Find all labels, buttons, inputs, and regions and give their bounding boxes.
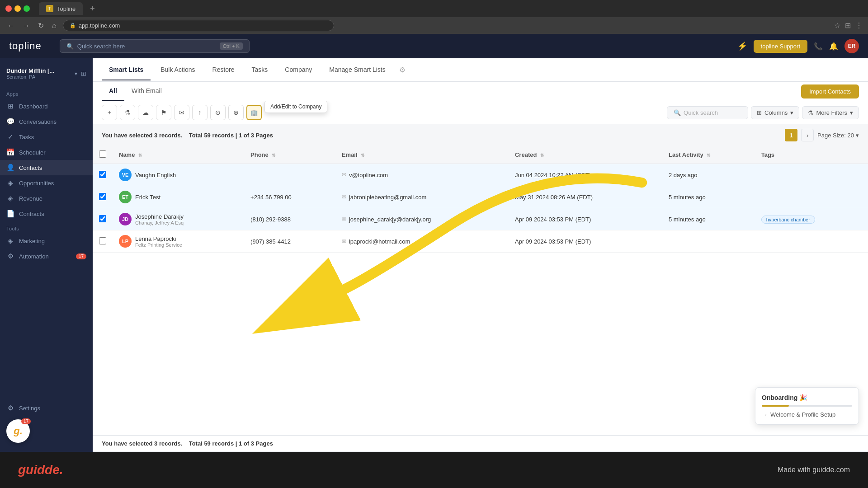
guidde-logo: guidde. (18, 463, 63, 477)
sidebar-item-marketing[interactable]: ◈ Marketing (0, 233, 93, 249)
sidebar-item-label: Revenue (19, 195, 42, 202)
sidebar: Dunder Mifflin [... Scranton, PA ▾ ⊞ App… (0, 58, 93, 452)
table-row: ET Erick Test +234 56 799 00 ✉ jabronipi… (93, 186, 868, 208)
row-checkbox[interactable] (99, 215, 106, 222)
guidde-widget[interactable]: g. 17 (6, 419, 30, 443)
top-nav: topline 🔍 Quick search here Ctrl + K ⚡ t… (0, 34, 868, 58)
browser-tab[interactable]: T Topline (39, 2, 83, 15)
columns-icon: ⊞ (757, 109, 762, 116)
contact-phone (244, 164, 335, 186)
view-button[interactable]: ☁ (138, 105, 153, 120)
columns-chevron-icon: ▾ (790, 109, 793, 116)
org-selector[interactable]: Dunder Mifflin [... Scranton, PA ▾ ⊞ (0, 64, 93, 83)
sidebar-bottom: ⚙ Settings g. 17 (0, 400, 93, 446)
share-button[interactable]: ⊙ (210, 105, 226, 120)
bell-icon[interactable]: 🔔 (829, 42, 838, 51)
bookmark-icon[interactable]: ☆ (834, 21, 840, 30)
records-bar-top: You have selected 3 records. Total 59 re… (93, 124, 868, 146)
row-checkbox[interactable] (99, 171, 106, 178)
sidebar-item-scheduler[interactable]: 📅 Scheduler (0, 145, 93, 160)
import-contacts-button[interactable]: Import Contacts (801, 84, 859, 99)
sidebar-item-revenue[interactable]: ◈ Revenue (0, 191, 93, 206)
tab-bulk-actions[interactable]: Bulk Actions (153, 60, 202, 80)
reload-button[interactable]: ↻ (36, 19, 46, 32)
org-location: Scranton, PA (6, 74, 71, 80)
page-settings-icon[interactable]: ⚙ (399, 66, 406, 74)
menu-icon[interactable]: ⋮ (855, 21, 863, 30)
sidebar-item-dashboard[interactable]: ⊞ Dashboard (0, 99, 93, 114)
maximize-dot[interactable] (24, 5, 30, 12)
page-size-selector[interactable]: Page Size: 20 ▾ (817, 132, 859, 139)
contact-created: Jun 04 2024 10:22 AM (EDT) (509, 164, 662, 186)
email-icon: ✉ (342, 172, 346, 178)
sidebar-item-conversations[interactable]: 💬 Conversations (0, 114, 93, 129)
layout-icon[interactable]: ⊞ (81, 70, 86, 77)
quick-search-box[interactable]: 🔍 Quick search (667, 106, 748, 119)
row-checkbox[interactable] (99, 237, 106, 244)
columns-button[interactable]: ⊞ Columns ▾ (751, 106, 799, 119)
new-tab-button[interactable]: + (90, 4, 95, 14)
contact-created: May 31 2024 08:26 AM (EDT) (509, 186, 662, 208)
support-button[interactable]: topline Support (754, 40, 807, 53)
extensions-icon[interactable]: ⊞ (845, 21, 851, 30)
sidebar-item-contracts[interactable]: 📄 Contracts (0, 206, 93, 221)
sub-tab-all[interactable]: All (102, 82, 124, 101)
sidebar-item-opportunities[interactable]: ◈ Opportunities (0, 175, 93, 191)
sidebar-item-label: Settings (19, 405, 40, 412)
export-button[interactable]: ↑ (192, 105, 208, 120)
contact-email: ✉ lpaprocki@hotmail.com (335, 230, 509, 253)
col-last-activity: Last Activity ⇅ (662, 146, 755, 164)
tab-company[interactable]: Company (278, 60, 319, 80)
sidebar-item-settings[interactable]: ⚙ Settings (0, 400, 93, 416)
minimize-dot[interactable] (14, 5, 21, 12)
sidebar-item-tasks[interactable]: ✓ Tasks (0, 129, 93, 145)
onboarding-progress-bar (762, 405, 852, 407)
back-button[interactable]: ← (5, 20, 16, 32)
browser-actions: ☆ ⊞ ⋮ (834, 21, 863, 30)
row-checkbox[interactable] (99, 193, 106, 200)
contact-name-cell: JD Josephine Darakjy Chanay, Jeffrey A E… (113, 208, 244, 230)
email-button[interactable]: ✉ (174, 105, 189, 120)
contact-last-activity (662, 230, 755, 253)
tab-restore[interactable]: Restore (205, 60, 242, 80)
lightning-icon[interactable]: ⚡ (737, 41, 747, 51)
filter-button[interactable]: ⚗ (120, 105, 135, 120)
next-page-button[interactable]: › (801, 129, 814, 141)
email-icon: ✉ (342, 238, 346, 244)
tab-tasks[interactable]: Tasks (245, 60, 275, 80)
sidebar-item-automation[interactable]: ⚙ Automation 17 (0, 249, 93, 264)
onboarding-link[interactable]: → Welcome & Profile Setup (762, 411, 852, 418)
col-created: Created ⇅ (509, 146, 662, 164)
tab-smart-lists[interactable]: Smart Lists (102, 60, 151, 80)
merge-button[interactable]: ⊕ (228, 105, 244, 120)
contracts-icon: 📄 (6, 210, 14, 218)
browser-toolbar: ← → ↻ ⌂ 🔒 app.topline.com ☆ ⊞ ⋮ (0, 17, 868, 34)
contact-name: Vaughn English (135, 172, 176, 178)
tab-favicon: T (46, 5, 53, 12)
address-bar[interactable]: 🔒 app.topline.com (63, 20, 334, 31)
contact-name-cell: LP Lenna Paprocki Feltz Printing Service (113, 230, 244, 253)
sub-tab-with-email[interactable]: With Email (124, 82, 169, 101)
contacts-table: Name ⇅ Phone ⇅ Email ⇅ Created ⇅ Last Ac… (93, 146, 868, 253)
org-name: Dunder Mifflin [... (6, 67, 71, 74)
add-button[interactable]: + (102, 105, 117, 120)
col-tags: Tags (755, 146, 868, 164)
select-all-checkbox[interactable] (99, 150, 106, 158)
bottom-bar: guidde. Made with guidde.com (0, 452, 868, 488)
user-avatar[interactable]: ER (844, 39, 859, 53)
tab-manage-smart-lists[interactable]: Manage Smart Lists (322, 60, 393, 80)
page-content: + ⚗ ☁ ⚑ ✉ ↑ ⊙ ⊕ 🏢 Add/Edit to Company (93, 101, 868, 452)
more-filters-button[interactable]: ⚗ More Filters ▾ (802, 106, 859, 119)
home-button[interactable]: ⌂ (50, 20, 58, 32)
contact-company: Feltz Printing Service (135, 242, 182, 248)
add-company-button[interactable]: 🏢 (246, 105, 262, 120)
close-dot[interactable] (5, 5, 12, 12)
flag-button[interactable]: ⚑ (156, 105, 171, 120)
onboarding-progress-fill (762, 405, 789, 407)
global-search-bar[interactable]: 🔍 Quick search here Ctrl + K (60, 39, 250, 53)
sidebar-item-contacts[interactable]: 👤 Contacts (0, 160, 93, 175)
phone-icon[interactable]: 📞 (814, 42, 823, 51)
more-filters-chevron-icon: ▾ (850, 109, 853, 116)
col-phone: Phone ⇅ (244, 146, 335, 164)
forward-button[interactable]: → (21, 20, 32, 32)
